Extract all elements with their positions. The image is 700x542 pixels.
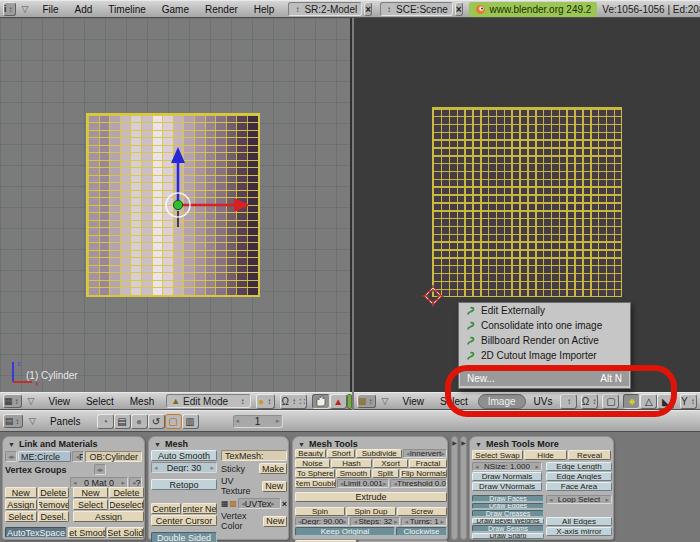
center-new-button[interactable]: Center New [182, 503, 217, 514]
draw-bevel-weights-toggle[interactable]: Draw Bevel Weights [472, 518, 544, 525]
nsize-slider[interactable]: NSize: 1.000 [472, 462, 542, 471]
uv-stitch-selector[interactable]: Y↕ [680, 394, 697, 409]
material-delete-button[interactable]: Delete [109, 487, 144, 498]
menu-file[interactable]: File [34, 4, 66, 15]
mesh-datablock-field[interactable]: ME:Circle [18, 451, 71, 462]
scene-close-button[interactable]: × [455, 2, 463, 16]
view3d-menu-view[interactable]: View [40, 396, 78, 407]
uv-sync-select-button[interactable]: ◆ [623, 394, 640, 409]
uv-texture-new-button[interactable]: New [262, 481, 287, 492]
uv-menu-image[interactable]: Image [478, 394, 526, 409]
screen-selector[interactable]: ↕SR:2-Model [288, 2, 362, 16]
flip-normals-button[interactable]: Flip Normals [400, 469, 447, 478]
retopo-toggle[interactable]: Retopo [151, 479, 217, 490]
menu-item-billboard-render[interactable]: Billboard Render on Active [459, 333, 630, 348]
hash-button[interactable]: Hash [331, 459, 372, 468]
menu-item-2d-cutout[interactable]: 2D Cutout Image Importer [459, 348, 630, 363]
noise-button[interactable]: Noise [295, 459, 330, 468]
loop-select-dropdown[interactable]: Loop Select [546, 495, 612, 504]
vgroup-select-button[interactable]: Select [5, 511, 37, 522]
select-swap-button[interactable]: Select Swap [472, 450, 523, 460]
info-window-type-icon[interactable]: i↕ [3, 2, 16, 16]
occlude-geometry-button[interactable] [312, 394, 330, 409]
uv-vertex-mode-button[interactable]: △ [640, 394, 657, 409]
mode-selector[interactable]: ▲ Edit Mode ↕ [166, 394, 251, 408]
center-cursor-button[interactable]: Center Cursor [151, 515, 217, 526]
spin-dup-button[interactable]: Spin Dup [346, 507, 396, 516]
panel-collapse-icon[interactable]: ▼ [154, 441, 161, 448]
uv-pivot-selector[interactable]: Ω↕ [581, 394, 598, 409]
menu-item-edit-externally[interactable]: Edit Externally [459, 303, 630, 318]
vgroup-new-button[interactable]: New [5, 487, 37, 498]
turns-slider[interactable]: Turns: 1 [401, 517, 447, 526]
menu-timeline[interactable]: Timeline [100, 4, 153, 15]
draw-faces-toggle[interactable]: Draw Faces [472, 495, 544, 502]
script-buttons-tab[interactable]: ▤ [114, 414, 131, 429]
extrude-button[interactable]: Extrude [295, 492, 447, 502]
innervert-selector[interactable]: Innervert [403, 449, 447, 458]
buttons-window-type-icon[interactable]: ▤↕ [3, 414, 23, 428]
material-select-button[interactable]: Select [73, 499, 108, 510]
menu-item-consolidate[interactable]: Consolidate into one image [459, 318, 630, 333]
draw-type-selector[interactable]: ●↕ [256, 394, 275, 409]
uv-square-icon-button[interactable]: ▢ [602, 394, 619, 409]
menu-help[interactable]: Help [246, 4, 283, 15]
edge-angles-toggle[interactable]: Edge Angles [546, 472, 612, 481]
sticky-make-button[interactable]: Make [259, 463, 287, 474]
draw-sharp-toggle[interactable]: Draw Sharp [472, 533, 544, 540]
vgroup-assign-button[interactable]: Assign [5, 499, 37, 510]
keep-original-toggle[interactable]: Keep Original [295, 527, 395, 536]
limit-slider[interactable]: Limit 0.001 [337, 479, 390, 488]
panel-collapse-icon[interactable]: ▼ [475, 441, 482, 448]
view3d-menu-mesh[interactable]: Mesh [122, 396, 162, 407]
uv-editor-type-icon[interactable]: ▩↕ [357, 394, 376, 408]
uv-menu-view[interactable]: View [394, 396, 432, 407]
header-collapse-icon[interactable]: ▽ [22, 4, 29, 14]
draw-creases-toggle[interactable]: Draw Creases [472, 510, 544, 517]
panel-collapse-icon[interactable]: ▼ [298, 441, 305, 448]
screw-button[interactable]: Screw [397, 507, 447, 516]
material-new-button[interactable]: New [73, 487, 108, 498]
collapsed-panel-tab-1[interactable]: ▶ [451, 436, 458, 540]
scene-selector[interactable]: ↕SCE:Scene [380, 2, 453, 16]
face-select-button[interactable]: ▲ [330, 394, 347, 409]
vgroup-remove-button[interactable]: Remove [38, 499, 70, 510]
object-buttons-tab[interactable]: ↺ [148, 414, 165, 429]
center-button[interactable]: Center [151, 503, 181, 514]
rem-double-button[interactable]: Rem Double [295, 479, 336, 488]
scene-buttons-tab[interactable]: ▥ [182, 414, 199, 429]
menu-game[interactable]: Game [154, 4, 197, 15]
face-area-toggle[interactable]: Face Area [546, 482, 612, 491]
draw-normals-toggle[interactable]: Draw Normals [472, 472, 542, 481]
fake-user-button[interactable]: F [72, 451, 84, 462]
split-button[interactable]: Split [372, 469, 400, 478]
reveal-button[interactable]: Reveal [568, 450, 611, 460]
fractal-button[interactable]: Fractal [409, 459, 447, 468]
set-solid-button[interactable]: Set Solid [107, 527, 145, 538]
image-browse-selector[interactable]: ↕ [560, 394, 577, 409]
spin-degr-slider[interactable]: Degr: 90.00 [295, 517, 349, 526]
uvtex-delete-icon[interactable]: × [282, 499, 287, 509]
pivot-selector[interactable]: Ω↕∷ [280, 394, 306, 409]
clockwise-toggle[interactable]: Clockwise [396, 527, 447, 536]
steps-slider[interactable]: Steps: 32 [350, 517, 400, 526]
uv-face-mode-button[interactable]: ◣ [657, 394, 674, 409]
viewport-collapse-icon[interactable]: ▽ [28, 396, 35, 406]
draw-seams-toggle[interactable]: Draw Seams [472, 525, 544, 532]
transform-manipulator[interactable] [108, 135, 248, 275]
shading-buttons-tab[interactable]: ● [131, 414, 148, 429]
buttons-collapse-icon[interactable]: ▽ [29, 416, 36, 426]
to-sphere-button[interactable]: To Sphere [295, 469, 335, 478]
collapsed-panel-tab-2[interactable]: ▶ [460, 436, 467, 540]
set-smooth-button[interactable]: Set Smooth [68, 527, 106, 538]
uv-menu-select[interactable]: Select [432, 396, 476, 407]
panels-menu[interactable]: Panels [42, 416, 89, 427]
edge-length-toggle[interactable]: Edge Length [546, 462, 612, 471]
hide-button[interactable]: Hide [524, 450, 567, 460]
auto-smooth-toggle[interactable]: Auto Smooth [151, 450, 217, 461]
draw-edges-toggle[interactable]: Draw Edges [472, 503, 544, 510]
viewport-3d[interactable]: z x (1) Cylinder [0, 18, 352, 392]
texmesh-field[interactable]: TexMesh: [221, 450, 287, 461]
vgroup-desel-button[interactable]: Desel. [38, 511, 70, 522]
x-axis-mirror-toggle[interactable]: X-axis mirror [546, 527, 612, 536]
